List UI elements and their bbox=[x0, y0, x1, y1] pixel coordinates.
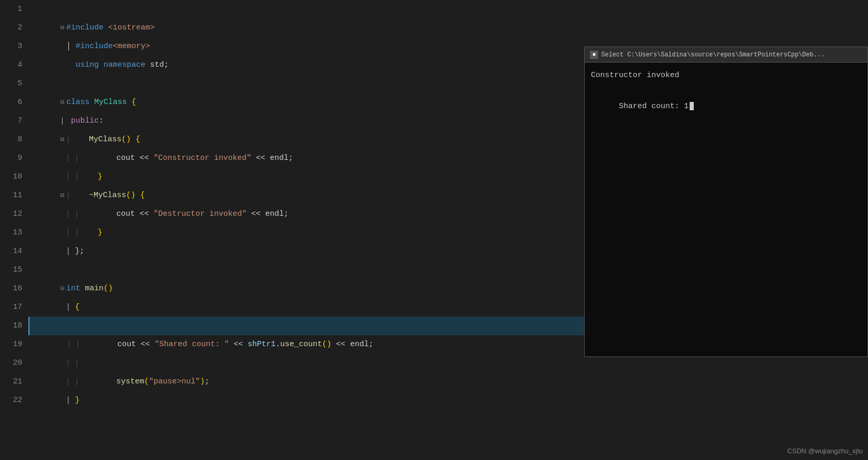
code-line-8: ││ │ cout << "Constructor invoked" << en… bbox=[28, 130, 584, 149]
console-body: Constructor invoked Shared count: 1 bbox=[585, 63, 867, 135]
code-line-4 bbox=[28, 56, 584, 75]
code-line-15: ⊟int main() bbox=[28, 261, 584, 279]
code-line-16: ││ { bbox=[28, 279, 584, 298]
code-line-1: ⊟#include <iostream> bbox=[28, 0, 584, 19]
console-title: Select C:\Users\Saldina\source\repos\Sma… bbox=[601, 51, 825, 58]
code-line-17: ││ │ shared_ptr<MyClass>shPtr1 = make_sh… bbox=[28, 298, 584, 317]
console-icon: ■ bbox=[590, 51, 598, 59]
code-line-20: ││ │ system("pause>nul"); bbox=[28, 354, 584, 373]
code-line-12: ││ │ } bbox=[28, 205, 584, 224]
code-line-14 bbox=[28, 242, 584, 261]
line-numbers: 1 2 3 4 5 6 7 8 9 10 11 12 13 14 15 16 1… bbox=[0, 0, 28, 460]
console-cursor bbox=[690, 102, 694, 110]
code-line-10: ⊟│ ~MyClass() { bbox=[28, 168, 584, 186]
code-line-9: ││ │ } bbox=[28, 149, 584, 168]
console-window: ■ Select C:\Users\Saldina\source\repos\S… bbox=[584, 47, 868, 357]
code-line-6: │ public: bbox=[28, 93, 584, 112]
code-content[interactable]: ⊟#include <iostream> ⊟│ #include<memory>… bbox=[28, 0, 584, 460]
code-line-7: ⊟│ MyClass() { bbox=[28, 112, 584, 130]
watermark: CSDN @wujiangzhu_xjtu bbox=[787, 447, 863, 455]
console-line-1: Constructor invoked bbox=[591, 68, 861, 83]
code-line-19: ││ │ bbox=[28, 335, 584, 354]
code-line-3: ⊟ using namespace std; bbox=[28, 37, 584, 56]
code-line-13: ││ }; bbox=[28, 224, 584, 242]
code-line-2: ⊟│ #include<memory> bbox=[28, 19, 584, 37]
code-line-11: ││ │ cout << "Destructor invoked" << end… bbox=[28, 186, 584, 205]
console-titlebar: ■ Select C:\Users\Saldina\source\repos\S… bbox=[585, 47, 867, 63]
code-editor: 1 2 3 4 5 6 7 8 9 10 11 12 13 14 15 16 1… bbox=[0, 0, 584, 460]
console-line-2: Shared count: 1 bbox=[591, 83, 861, 130]
code-line-18: ││ │ cout << "Shared count: " << shPtr1.… bbox=[28, 317, 584, 335]
code-line-21: ││ } bbox=[28, 373, 584, 391]
code-line-5: ⊟class MyClass { bbox=[28, 75, 584, 93]
code-line-22 bbox=[28, 391, 584, 410]
